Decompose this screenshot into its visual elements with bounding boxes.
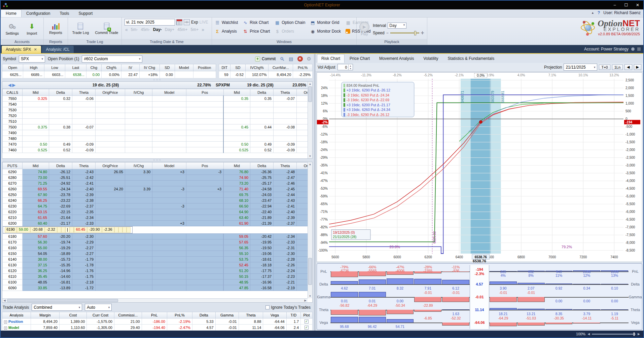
chain-cell[interactable]: 60.45 (74, 227, 87, 233)
column-header-theta[interactable]: Theta (72, 89, 96, 96)
chain-cell[interactable] (72, 136, 96, 142)
chain-cell[interactable] (297, 251, 308, 257)
chain-cell[interactable] (186, 124, 223, 130)
option-row-7540[interactable]: 7540 (3, 102, 308, 107)
strike-cell[interactable]: 6290 (3, 169, 23, 175)
column-header-ivchg[interactable]: IVChg (125, 89, 152, 96)
chain-cell[interactable]: 73.00 (22, 175, 49, 181)
chain-cell[interactable]: 3.39 (125, 186, 152, 192)
zoom-in-icon[interactable]: ▶ (638, 332, 640, 336)
chain-cell[interactable]: 0.325 (22, 96, 49, 102)
chain-cell[interactable]: -20.20 (49, 234, 72, 239)
chain-cell[interactable] (96, 274, 125, 279)
chain-cell[interactable] (186, 257, 223, 262)
projection-mode-button[interactable]: T+0 (599, 65, 610, 70)
minimize-button[interactable]: – (609, 3, 620, 7)
chain-cell[interactable] (65, 227, 70, 233)
strike-cell[interactable]: 6120 (3, 268, 23, 274)
chain-cell[interactable]: -2.43 (72, 169, 96, 175)
chain-cell[interactable] (96, 279, 125, 285)
chain-cell[interactable]: -2.41 (72, 181, 96, 186)
chain-cell[interactable] (152, 181, 186, 186)
chain-cell[interactable] (250, 107, 274, 113)
column-header-open[interactable]: Open (2, 64, 23, 71)
option-row-6100[interactable]: 610048.05-16.81-2.1848.95-16.96-2.21 (3, 279, 308, 285)
chain-cell[interactable]: -0.07 (274, 96, 297, 102)
greeks-cell[interactable]: 94011% (545, 265, 573, 278)
chain-cell[interactable]: -19.29 (49, 245, 72, 251)
strike-cell[interactable]: 6210 (3, 215, 23, 221)
chain-cell[interactable]: -22.94 (250, 203, 274, 209)
close-position-icon[interactable]: ✕ (297, 56, 303, 62)
chain-cell[interactable]: -26.36 (250, 169, 274, 175)
chain-cell[interactable] (70, 227, 74, 233)
strike-cell[interactable]: 7480 (3, 136, 23, 142)
chain-cell[interactable] (250, 136, 274, 142)
column-header-mid[interactable]: Mid (22, 89, 49, 96)
chain-cell[interactable] (297, 142, 308, 147)
chain-cell[interactable]: 37.15 (22, 262, 49, 268)
chain-cell[interactable]: 63.40 (223, 215, 250, 221)
import-button[interactable]: ⬇ Import (23, 19, 41, 39)
chain-cell[interactable] (186, 245, 223, 251)
column-header-pos[interactable]: Pos (186, 89, 223, 96)
greeks-cell[interactable]: 109813% (601, 265, 629, 278)
chain-cell[interactable]: 66.25 (22, 198, 49, 203)
settings-gear-icon[interactable]: ⚙ (307, 56, 311, 62)
strike-cell[interactable]: 6170 (3, 239, 23, 245)
chain-cell[interactable] (152, 192, 186, 198)
greeks-cell[interactable]: 95.68 (330, 316, 358, 329)
chain-cell[interactable] (297, 124, 308, 130)
chain-cell[interactable]: 56.30 (22, 239, 49, 245)
trading-date-input[interactable]: vi. 21 nov. 2025 (124, 19, 175, 26)
chain-cell[interactable]: 51.20 (223, 268, 250, 274)
chain-cell[interactable] (297, 285, 308, 291)
column-header-commissi-[interactable]: Commissi... (114, 312, 142, 318)
option-row-6110[interactable]: 611035.45-14.60-1.7550.15-17.37-2.23 (3, 274, 308, 279)
greeks-highlight-cell[interactable]: -64.06 (470, 316, 489, 329)
chain-cell[interactable]: 63.15 (22, 209, 49, 215)
tab-analysis-cl[interactable]: Analysis: /CL (42, 46, 74, 53)
option-row-6200[interactable]: 620060.40-21.17-2.33+361.90-21.39-2.37 (3, 221, 308, 226)
chain-cell[interactable] (152, 245, 186, 251)
chain-cell[interactable]: -23.47 (250, 198, 274, 203)
chain-cell[interactable] (223, 136, 250, 142)
chain-cell[interactable] (57, 227, 61, 233)
step-fwd-fast-icon[interactable]: » (202, 27, 204, 32)
chain-cell[interactable]: -20.42 (250, 234, 274, 239)
greeks-cell[interactable]: 0.01 (330, 291, 358, 303)
chain-cell[interactable] (125, 198, 152, 203)
chain-cell[interactable]: -2.35 (72, 209, 96, 215)
chain-cell[interactable]: 73.20 (223, 181, 250, 186)
chain-cell[interactable]: -2.28 (274, 257, 297, 262)
chain-cell[interactable]: 67.90 (22, 192, 49, 198)
chain-cell[interactable] (250, 130, 274, 136)
scroll-right-icon[interactable]: ▶ (303, 299, 308, 302)
strike-cell[interactable]: 7500 (3, 124, 23, 130)
chain-cell[interactable]: 64.75 (22, 203, 49, 209)
chain-cell[interactable] (125, 215, 152, 221)
chain-cell[interactable] (125, 181, 152, 186)
expand-icon[interactable]: + (4, 327, 7, 330)
tab-analysis-spx[interactable]: Analysis: SPX✕ (2, 46, 41, 53)
strike-cell[interactable]: 6250 (3, 192, 23, 198)
chain-cell[interactable]: -21.64 (49, 215, 72, 221)
step-5m-fwd[interactable]: 5m+ (191, 27, 199, 32)
chain-cell[interactable]: 55.00 (22, 245, 49, 251)
chain-cell[interactable] (96, 251, 125, 257)
greeks-cell[interactable]: 18.21 (489, 303, 517, 316)
chain-cell[interactable]: -22.69 (49, 203, 72, 209)
chain-cell[interactable] (297, 130, 308, 136)
option-row-6230[interactable]: 623064.75-22.69-2.37-366.50-22.94-2.41 (3, 203, 308, 209)
greeks-cell[interactable]: 0.00 (573, 291, 601, 303)
chain-cell[interactable]: 56.35 (223, 245, 250, 251)
greeks-highlight-cell[interactable]: 6538.76-194-2.3% (470, 265, 489, 278)
chain-cell[interactable]: -3 (186, 169, 223, 175)
chain-cell[interactable]: -2.30 (72, 234, 96, 239)
greeks-cell[interactable]: 7.91 (414, 278, 442, 291)
analysis-button[interactable]: ΣAnalysis (215, 29, 238, 34)
chain-cell[interactable]: -2.48 (274, 169, 297, 175)
chain-cell[interactable] (186, 262, 223, 268)
option-row-6250[interactable]: 625067.90-23.78-2.3969.75-24.03-2.44 (3, 192, 308, 198)
chain-cell[interactable] (125, 102, 152, 107)
